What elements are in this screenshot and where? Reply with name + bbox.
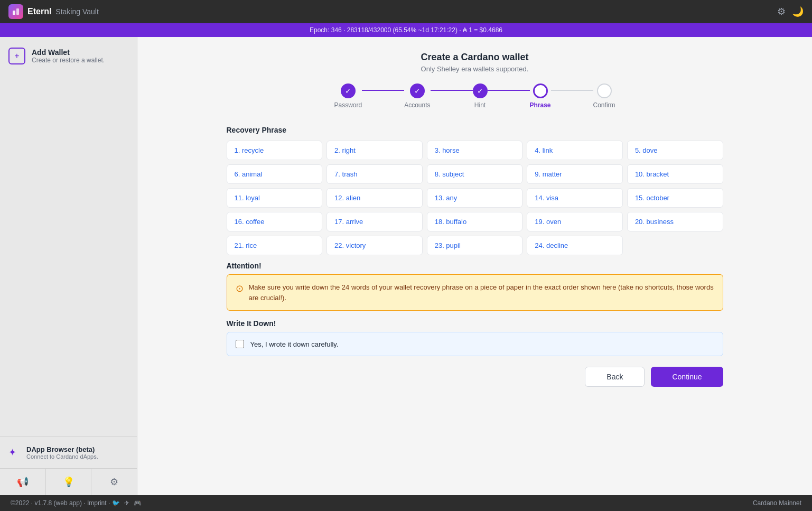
warning-icon: ⊙ — [236, 283, 244, 294]
dapp-text: DApp Browser (beta) Connect to Cardano d… — [26, 445, 98, 460]
svg-rect-0 — [13, 11, 15, 15]
dark-mode-icon[interactable]: 🌙 — [792, 6, 804, 17]
phrase-word: 10. bracket — [627, 164, 723, 184]
phrase-word: 17. arrive — [326, 212, 423, 231]
phrase-word: 19. oven — [527, 212, 623, 231]
epoch-text: Epoch: 346 · 283118/432000 (65.54% ~1d 1… — [310, 26, 502, 34]
step-circle-accounts: ✓ — [410, 83, 425, 98]
phrase-word: 7. trash — [326, 164, 423, 184]
phrase-grid: 1. recycle2. right3. horse4. link5. dove… — [227, 141, 723, 255]
phrase-word: 16. coffee — [227, 212, 323, 231]
step-circle-password: ✓ — [341, 83, 356, 98]
twitter-icon[interactable]: 🐦 — [112, 499, 120, 507]
button-row: Back Continue — [227, 367, 723, 387]
step-line-1 — [362, 90, 404, 91]
wrote-down-checkbox[interactable] — [236, 340, 244, 348]
page-title: Create a Cardano wallet — [421, 52, 528, 63]
checkbox-row[interactable]: Yes, I wrote it down carefully. — [227, 332, 723, 356]
phrase-word: 8. subject — [427, 164, 523, 184]
add-wallet-icon: + — [8, 48, 25, 64]
continue-button[interactable]: Continue — [651, 367, 723, 387]
logo-icon — [8, 4, 23, 19]
add-wallet-text: Add Wallet Create or restore a wallet. — [32, 48, 105, 64]
step-confirm: Confirm — [593, 83, 615, 109]
phrase-word: 24. decline — [527, 236, 623, 255]
step-label-confirm: Confirm — [593, 101, 615, 109]
content-area: Create a Cardano wallet Only Shelley era… — [137, 37, 812, 495]
phrase-word: 5. dove — [627, 141, 723, 160]
stepper: ✓ Password ✓ Accounts ✓ Hint Phrase Conf… — [334, 83, 615, 109]
settings-button[interactable]: ⚙ — [91, 469, 137, 495]
svg-rect-1 — [16, 8, 19, 15]
step-line-2 — [431, 90, 473, 91]
settings-network-icon[interactable]: ⚙ — [777, 6, 786, 17]
page-subtitle: Only Shelley era wallets supported. — [421, 65, 528, 73]
recovery-phrase-title: Recovery Phrase — [227, 126, 723, 134]
step-line-3 — [488, 90, 530, 91]
phrase-word: 1. recycle — [227, 141, 323, 160]
step-label-password: Password — [334, 101, 362, 109]
step-line-4 — [551, 90, 593, 91]
sidebar-spacer — [0, 75, 137, 436]
top-bar-right: ⚙ 🌙 — [777, 6, 804, 17]
phrase-word: 21. rice — [227, 236, 323, 255]
phrase-word: 11. loyal — [227, 188, 323, 208]
dapp-title: DApp Browser (beta) — [26, 445, 98, 453]
top-bar: Eternl Staking Vault ⚙ 🌙 — [0, 0, 812, 23]
dapp-browser-item[interactable]: ✦ DApp Browser (beta) Connect to Cardano… — [0, 436, 137, 468]
step-phrase: Phrase — [530, 83, 551, 109]
discord-icon[interactable]: 🎮 — [134, 499, 142, 507]
footer-network: Cardano Mainnet — [753, 499, 801, 507]
phrase-word: 3. horse — [427, 141, 523, 160]
top-bar-left: Eternl Staking Vault — [8, 4, 99, 19]
phrase-word: 20. business — [627, 212, 723, 231]
sidebar: + Add Wallet Create or restore a wallet.… — [0, 37, 137, 495]
phrase-word: 9. matter — [527, 164, 623, 184]
step-label-phrase: Phrase — [530, 101, 551, 109]
back-button[interactable]: Back — [585, 367, 645, 387]
step-accounts: ✓ Accounts — [404, 83, 430, 109]
phrase-word: 18. buffalo — [427, 212, 523, 231]
step-circle-hint: ✓ — [473, 83, 488, 98]
content-header: Create a Cardano wallet Only Shelley era… — [421, 37, 528, 83]
phrase-word: 22. victory — [326, 236, 423, 255]
attention-title: Attention! — [227, 262, 723, 270]
add-wallet-title: Add Wallet — [32, 48, 105, 57]
phrase-word: 15. october — [627, 188, 723, 208]
step-password: ✓ Password — [334, 83, 362, 109]
phrase-word: 13. any — [427, 188, 523, 208]
add-wallet-subtitle: Create or restore a wallet. — [32, 57, 105, 64]
step-hint: ✓ Hint — [473, 83, 488, 109]
step-circle-phrase — [533, 83, 548, 98]
checkbox-label[interactable]: Yes, I wrote it down carefully. — [250, 340, 339, 348]
step-label-hint: Hint — [474, 101, 486, 109]
phrase-word: 12. alien — [326, 188, 423, 208]
app-name: Eternl — [27, 7, 51, 16]
step-label-accounts: Accounts — [404, 101, 430, 109]
phrase-word: 23. pupil — [427, 236, 523, 255]
attention-text: Make sure you write down the 24 words of… — [249, 282, 714, 303]
sidebar-bottom: 📢 💡 ⚙ — [0, 468, 137, 495]
dapp-subtitle: Connect to Cardano dApps. — [26, 453, 98, 460]
attention-box: ⊙ Make sure you write down the 24 words … — [227, 274, 723, 311]
add-wallet-button[interactable]: + Add Wallet Create or restore a wallet. — [0, 37, 137, 75]
section-title: Staking Vault — [55, 7, 98, 16]
recovery-section: Recovery Phrase 1. recycle2. right3. hor… — [216, 126, 734, 403]
phrase-word: 6. animal — [227, 164, 323, 184]
notifications-button[interactable]: 📢 — [0, 469, 46, 495]
telegram-icon[interactable]: ✈ — [124, 499, 129, 507]
dapp-icon: ✦ — [8, 447, 21, 459]
footer-left: ©2022 · v1.7.8 (web app) · Imprint · 🐦 ✈… — [11, 499, 142, 507]
footer-copyright: ©2022 · v1.7.8 (web app) · Imprint · — [11, 499, 110, 507]
step-circle-confirm — [597, 83, 612, 98]
phrase-word: 4. link — [527, 141, 623, 160]
ideas-button[interactable]: 💡 — [46, 469, 92, 495]
main-layout: + Add Wallet Create or restore a wallet.… — [0, 37, 812, 495]
phrase-word: 14. visa — [527, 188, 623, 208]
footer-social-icons: 🐦 ✈ 🎮 — [112, 499, 142, 507]
phrase-word: 2. right — [326, 141, 423, 160]
footer: ©2022 · v1.7.8 (web app) · Imprint · 🐦 ✈… — [0, 495, 812, 511]
epoch-bar: Epoch: 346 · 283118/432000 (65.54% ~1d 1… — [0, 23, 812, 37]
write-title: Write It Down! — [227, 319, 723, 328]
